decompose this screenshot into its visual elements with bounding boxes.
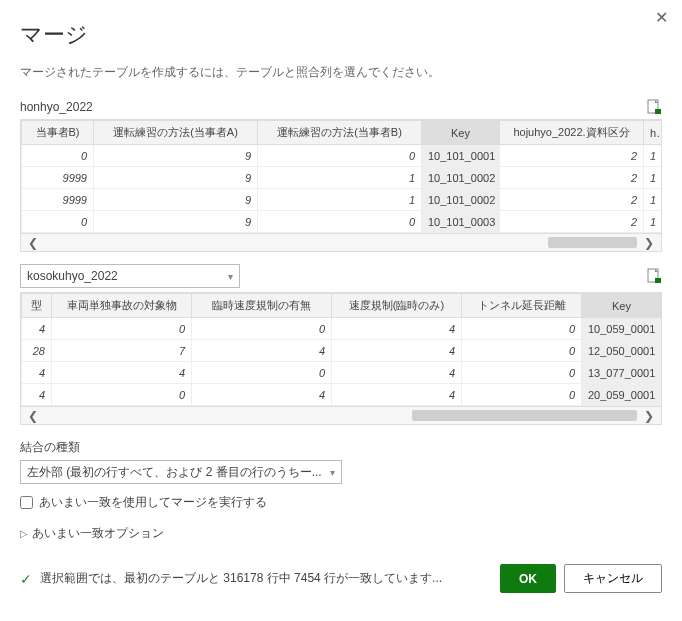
table-row[interactable]: 4044020_059_0001 bbox=[22, 384, 662, 406]
chevron-down-icon: ▾ bbox=[330, 467, 335, 478]
scroll-left-icon[interactable]: ❮ bbox=[21, 234, 45, 252]
column-header[interactable]: トンネル延長距離 bbox=[462, 294, 582, 318]
table-row[interactable]: 99999110_101_000221 bbox=[22, 189, 662, 211]
fuzzy-options-expander[interactable]: ▷あいまい一致オプション bbox=[20, 525, 662, 542]
table-cell[interactable]: 9 bbox=[94, 189, 258, 211]
table-cell[interactable]: 13_077_0001 bbox=[582, 362, 662, 384]
table-cell[interactable]: 0 bbox=[52, 318, 192, 340]
column-header[interactable]: 当事者B) bbox=[22, 121, 94, 145]
table-cell[interactable]: 4 bbox=[332, 362, 462, 384]
table2-dropdown-value: kosokuhyo_2022 bbox=[27, 269, 118, 283]
column-header[interactable]: 速度規制(臨時のみ) bbox=[332, 294, 462, 318]
table-cell[interactable]: 9 bbox=[94, 167, 258, 189]
table-cell[interactable]: 0 bbox=[22, 211, 94, 233]
sheet-icon[interactable] bbox=[646, 268, 662, 284]
fuzzy-options-label: あいまい一致オプション bbox=[32, 526, 164, 540]
close-icon[interactable]: ✕ bbox=[655, 10, 668, 26]
table-row[interactable]: 28744012_050_0001 bbox=[22, 340, 662, 362]
table-cell[interactable]: 1 bbox=[258, 167, 422, 189]
column-header[interactable]: 型 bbox=[22, 294, 52, 318]
table-cell[interactable]: 1 bbox=[644, 167, 662, 189]
check-icon: ✓ bbox=[20, 571, 32, 587]
table-cell[interactable]: 12_050_0001 bbox=[582, 340, 662, 362]
column-header[interactable]: 運転練習の方法(当事者A) bbox=[94, 121, 258, 145]
table-cell[interactable]: 4 bbox=[22, 384, 52, 406]
join-type-dropdown[interactable]: 左外部 (最初の行すべて、および 2 番目の行のうちー... ▾ bbox=[20, 460, 342, 484]
table-cell[interactable]: 2 bbox=[500, 189, 644, 211]
table-cell[interactable]: 4 bbox=[332, 318, 462, 340]
table-cell[interactable]: 0 bbox=[192, 318, 332, 340]
table-row[interactable]: 99999110_101_000221 bbox=[22, 167, 662, 189]
fuzzy-match-checkbox[interactable]: あいまい一致を使用してマージを実行する bbox=[20, 494, 662, 511]
scroll-left-icon[interactable]: ❮ bbox=[21, 407, 45, 425]
table2-grid[interactable]: 型車両単独事故の対象物臨時速度規制の有無速度規制(臨時のみ)トンネル延長距離Ke… bbox=[20, 292, 662, 425]
table-cell[interactable]: 0 bbox=[462, 340, 582, 362]
table-cell[interactable]: 0 bbox=[22, 145, 94, 167]
svg-rect-1 bbox=[655, 109, 661, 114]
table-cell[interactable]: 2 bbox=[500, 167, 644, 189]
table-cell[interactable]: 2 bbox=[500, 211, 644, 233]
table-row[interactable]: 09010_101_000121 bbox=[22, 145, 662, 167]
table-cell[interactable]: 0 bbox=[52, 384, 192, 406]
table1-hscroll[interactable]: ❮ ❯ bbox=[21, 233, 661, 251]
table-cell[interactable]: 10_101_0003 bbox=[422, 211, 500, 233]
table-cell[interactable]: 0 bbox=[258, 211, 422, 233]
table-cell[interactable]: 1 bbox=[644, 211, 662, 233]
table-cell[interactable]: 1 bbox=[644, 145, 662, 167]
table-cell[interactable]: 9 bbox=[94, 145, 258, 167]
dialog-title: マージ bbox=[20, 20, 662, 50]
table-cell[interactable]: 9999 bbox=[22, 189, 94, 211]
table-cell[interactable]: 0 bbox=[462, 384, 582, 406]
table-cell[interactable]: 4 bbox=[332, 340, 462, 362]
table-row[interactable]: 4004010_059_0001 bbox=[22, 318, 662, 340]
scroll-right-icon[interactable]: ❯ bbox=[637, 234, 661, 252]
fuzzy-match-input[interactable] bbox=[20, 496, 33, 509]
table-cell[interactable]: 4 bbox=[52, 362, 192, 384]
table2-hscroll[interactable]: ❮ ❯ bbox=[21, 406, 661, 424]
table-cell[interactable]: 4 bbox=[192, 384, 332, 406]
table-row[interactable]: 4404013_077_0001 bbox=[22, 362, 662, 384]
table-cell[interactable]: 10_059_0001 bbox=[582, 318, 662, 340]
join-type-label: 結合の種類 bbox=[20, 439, 662, 456]
column-header[interactable]: 車両単独事故の対象物 bbox=[52, 294, 192, 318]
table-cell[interactable]: 4 bbox=[332, 384, 462, 406]
table-cell[interactable]: 4 bbox=[22, 362, 52, 384]
column-header[interactable]: Key bbox=[422, 121, 500, 145]
cancel-button[interactable]: キャンセル bbox=[564, 564, 662, 593]
sheet-icon[interactable] bbox=[646, 99, 662, 115]
table-row[interactable]: 09010_101_000321 bbox=[22, 211, 662, 233]
table-cell[interactable]: 4 bbox=[22, 318, 52, 340]
column-header[interactable]: 運転練習の方法(当事者B) bbox=[258, 121, 422, 145]
status-text: 選択範囲では、最初のテーブルと 316178 行中 7454 行が一致しています… bbox=[40, 570, 442, 587]
table-cell[interactable]: 0 bbox=[462, 318, 582, 340]
table-cell[interactable]: 0 bbox=[462, 362, 582, 384]
table-cell[interactable]: 10_101_0002 bbox=[422, 167, 500, 189]
table-cell[interactable]: 10_101_0001 bbox=[422, 145, 500, 167]
table-cell[interactable]: 28 bbox=[22, 340, 52, 362]
join-type-value: 左外部 (最初の行すべて、および 2 番目の行のうちー... bbox=[27, 464, 322, 481]
table-cell[interactable]: 0 bbox=[192, 362, 332, 384]
scroll-right-icon[interactable]: ❯ bbox=[637, 407, 661, 425]
table-cell[interactable]: 0 bbox=[258, 145, 422, 167]
triangle-right-icon: ▷ bbox=[20, 528, 28, 539]
table2-dropdown[interactable]: kosokuhyo_2022 ▾ bbox=[20, 264, 240, 288]
dialog-subtitle: マージされたテーブルを作成するには、テーブルと照合列を選んでください。 bbox=[20, 64, 662, 81]
column-header[interactable]: h bbox=[644, 121, 662, 145]
table-cell[interactable]: 9 bbox=[94, 211, 258, 233]
table-cell[interactable]: 7 bbox=[52, 340, 192, 362]
chevron-down-icon: ▾ bbox=[228, 271, 233, 282]
svg-rect-3 bbox=[655, 278, 661, 283]
table-cell[interactable]: 1 bbox=[644, 189, 662, 211]
column-header[interactable]: Key bbox=[582, 294, 662, 318]
table-cell[interactable]: 20_059_0001 bbox=[582, 384, 662, 406]
table-cell[interactable]: 4 bbox=[192, 340, 332, 362]
table-cell[interactable]: 2 bbox=[500, 145, 644, 167]
table-cell[interactable]: 1 bbox=[258, 189, 422, 211]
column-header[interactable]: hojuhyo_2022.資料区分 bbox=[500, 121, 644, 145]
table1-grid[interactable]: 当事者B)運転練習の方法(当事者A)運転練習の方法(当事者B)Keyhojuhy… bbox=[20, 119, 662, 252]
table-cell[interactable]: 9999 bbox=[22, 167, 94, 189]
column-header[interactable]: 臨時速度規制の有無 bbox=[192, 294, 332, 318]
ok-button[interactable]: OK bbox=[500, 564, 556, 593]
fuzzy-match-label: あいまい一致を使用してマージを実行する bbox=[39, 494, 267, 511]
table-cell[interactable]: 10_101_0002 bbox=[422, 189, 500, 211]
